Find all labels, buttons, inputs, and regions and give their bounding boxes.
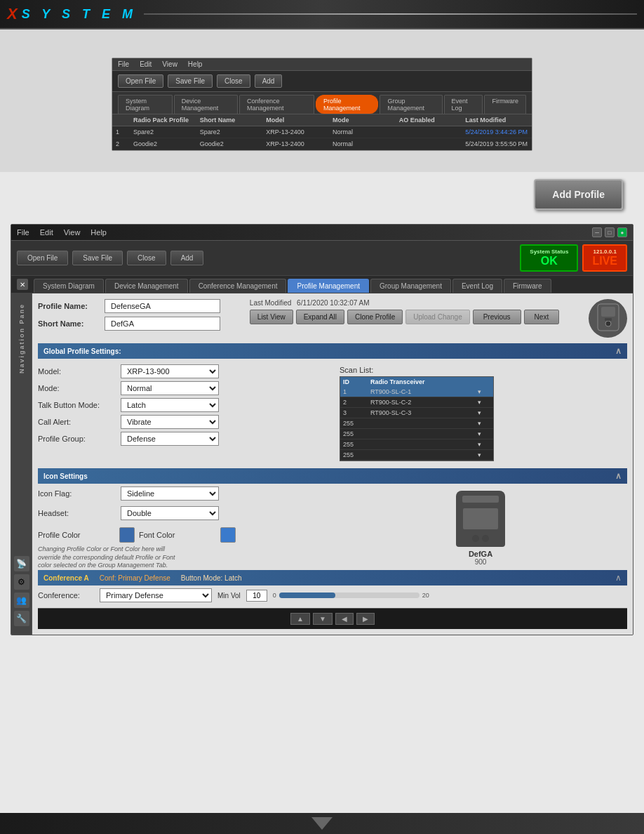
nav-pane-label: Navigation Pane xyxy=(18,303,25,373)
conference-button-mode: Button Mode: Latch xyxy=(181,574,242,582)
preview-add-btn[interactable]: Add xyxy=(255,74,283,88)
nav-right-button[interactable]: ▶ xyxy=(356,613,375,625)
close-button[interactable]: Close xyxy=(127,251,166,265)
preview-open-file-btn[interactable]: Open File xyxy=(118,74,163,88)
nav-icon-settings[interactable]: ⚙ xyxy=(14,574,29,590)
preview-tab-profile-mgmt[interactable]: Profile Management xyxy=(316,95,378,114)
scan-list-label: Scan List: xyxy=(340,366,627,374)
mode-select[interactable]: Normal xyxy=(121,381,219,395)
profile-color-picker[interactable] xyxy=(119,527,135,543)
nav-down-button[interactable]: ▼ xyxy=(313,613,333,625)
app-tabs: ✕ System Diagram Device Management Confe… xyxy=(11,276,633,293)
expand-all-button[interactable]: Expand All xyxy=(296,310,344,324)
scan-row-4[interactable]: 255 ▾ xyxy=(340,418,493,429)
preview-menu-view[interactable]: View xyxy=(162,60,177,68)
system-status-value: OK xyxy=(530,255,568,267)
model-select[interactable]: XRP-13-900 xyxy=(121,364,219,378)
short-name-input[interactable] xyxy=(105,317,220,331)
scan-row-1[interactable]: 1 RT900-SL-C-1 ▾ xyxy=(340,387,493,397)
icon-flag-row: Icon Flag: Sideline xyxy=(38,486,331,501)
maximize-button[interactable]: □ xyxy=(605,227,615,237)
tab-conference-management[interactable]: Conference Management xyxy=(189,279,287,293)
preview-tab-firmware[interactable]: Firmware xyxy=(484,95,526,114)
profile-header: Profile Name: Short Name: Last Modified … xyxy=(38,299,627,338)
app-menu-file[interactable]: File xyxy=(17,228,29,237)
preview-tab-device-mgmt[interactable]: Device Management xyxy=(174,95,238,114)
preview-tab-group-mgmt[interactable]: Group Management xyxy=(380,95,442,114)
nav-left-button[interactable]: ◀ xyxy=(335,613,354,625)
vol-max-label: 20 xyxy=(422,592,429,599)
nav-icon-tools[interactable]: 🔧 xyxy=(14,611,29,626)
tab-profile-management[interactable]: Profile Management xyxy=(288,279,369,293)
preview-menu-help[interactable]: Help xyxy=(188,60,203,68)
nav-icon-radio[interactable]: 📡 xyxy=(14,556,29,571)
scan-row-7[interactable]: 255 ▾ xyxy=(340,450,493,461)
min-vol-input[interactable] xyxy=(246,590,267,602)
add-profile-section: Add Profile xyxy=(0,172,644,217)
preview-menu-file[interactable]: File xyxy=(118,60,129,68)
preview-table-row-2[interactable]: 2 Goodie2 Goodie2 XRP-13-2400 Normal 5/2… xyxy=(112,138,532,150)
call-alert-row: Call Alert: Vibrate xyxy=(38,415,326,429)
app-window-controls: ─ □ ● xyxy=(592,227,627,237)
icon-flag-label: Icon Flag: xyxy=(38,489,115,498)
vol-slider-fill xyxy=(279,593,335,598)
app-window: File Edit View Help ─ □ ● Open File Save… xyxy=(11,224,633,635)
scan-row-3[interactable]: 3 RT900-SL-C-3 ▾ xyxy=(340,408,493,418)
scan-row-5[interactable]: 255 ▾ xyxy=(340,429,493,439)
save-file-button[interactable]: Save File xyxy=(72,251,123,265)
svg-point-2 xyxy=(605,321,611,326)
list-view-button[interactable]: List View xyxy=(250,310,293,324)
preview-tab-event-log[interactable]: Event Log xyxy=(444,95,483,114)
call-alert-select[interactable]: Vibrate xyxy=(121,415,219,429)
preview-table-row-1[interactable]: 1 Spare2 Spare2 XRP-13-2400 Normal 5/24/… xyxy=(112,126,532,138)
conference-select[interactable]: Primary Defense xyxy=(100,588,212,602)
icon-settings-collapse-icon[interactable]: ∧ xyxy=(615,471,622,481)
preview-tab-system-diagram[interactable]: System Diagram xyxy=(118,95,173,114)
nav-up-button[interactable]: ▲ xyxy=(290,613,310,625)
clone-profile-button[interactable]: Clone Profile xyxy=(347,310,403,324)
tab-device-management[interactable]: Device Management xyxy=(105,279,188,293)
headset-label: Headset: xyxy=(38,509,115,517)
add-button[interactable]: Add xyxy=(170,251,204,265)
open-file-button[interactable]: Open File xyxy=(17,251,68,265)
preview-close-btn[interactable]: Close xyxy=(217,74,250,88)
live-text: LIVE xyxy=(592,255,617,267)
profile-name-input[interactable] xyxy=(105,299,220,313)
app-menu-edit[interactable]: Edit xyxy=(40,228,53,237)
tab-close-button[interactable]: ✕ xyxy=(17,279,28,290)
upload-change-button[interactable]: Upload Change xyxy=(405,310,470,324)
app-toolbar: Open File Save File Close Add System Sta… xyxy=(11,241,633,276)
tab-firmware[interactable]: Firmware xyxy=(504,279,551,293)
add-profile-button[interactable]: Add Profile xyxy=(534,179,623,210)
app-menu-help[interactable]: Help xyxy=(90,228,107,237)
preview-save-file-btn[interactable]: Save File xyxy=(168,74,213,88)
preview-tab-conf-mgmt[interactable]: Conference Management xyxy=(239,95,314,114)
profile-name-label: Profile Name: xyxy=(38,302,98,310)
minimize-button[interactable]: ─ xyxy=(592,227,602,237)
app-titlebar: File Edit View Help ─ □ ● xyxy=(11,225,633,241)
scan-list-container: Scan List: ID Radio Transceiver 1 RT900-… xyxy=(340,366,627,461)
screenshot-preview: File Edit View Help Open File Save File … xyxy=(112,58,532,151)
nav-icon-users[interactable]: 👥 xyxy=(14,593,29,608)
tab-system-diagram[interactable]: System Diagram xyxy=(34,279,104,293)
icon-flag-select[interactable]: Sideline xyxy=(121,486,219,501)
tab-event-log[interactable]: Event Log xyxy=(452,279,502,293)
profile-group-label: Profile Group: xyxy=(38,435,115,443)
app-menu-view[interactable]: View xyxy=(64,228,81,237)
previous-button[interactable]: Previous xyxy=(473,310,521,324)
conference-header: Conference A Conf: Primary Defense Butto… xyxy=(38,570,627,585)
conference-collapse-icon[interactable]: ∧ xyxy=(615,573,622,583)
vol-slider[interactable] xyxy=(279,593,420,598)
headset-select[interactable]: Double xyxy=(121,506,219,520)
talk-button-select[interactable]: Latch xyxy=(121,398,219,412)
profile-group-select[interactable]: Defense xyxy=(121,432,219,446)
tab-group-management[interactable]: Group Management xyxy=(370,279,451,293)
scan-row-6[interactable]: 255 ▾ xyxy=(340,439,493,450)
font-color-picker[interactable] xyxy=(220,527,236,543)
section-collapse-icon[interactable]: ∧ xyxy=(615,346,622,356)
preview-menu-edit[interactable]: Edit xyxy=(140,60,152,68)
scan-row-2[interactable]: 2 RT900-SL-C-2 ▾ xyxy=(340,397,493,408)
mode-label: Mode: xyxy=(38,384,115,392)
next-button[interactable]: Next xyxy=(524,310,560,324)
short-name-label: Short Name: xyxy=(38,319,98,328)
